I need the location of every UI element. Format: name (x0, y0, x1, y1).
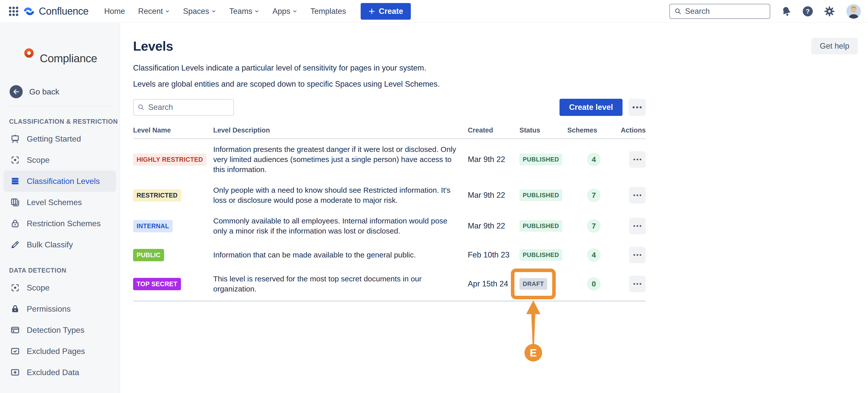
col-header-level-description: Level Description (213, 124, 468, 138)
annotation-label: E (530, 347, 537, 359)
notifications-bell-icon[interactable] (781, 6, 792, 17)
confluence-logo[interactable]: Confluence (23, 5, 89, 18)
sidebar-item-scope[interactable]: Scope (3, 150, 116, 170)
row-actions-button[interactable] (629, 187, 646, 203)
app-name: Compliance (40, 52, 97, 65)
key-icon (12, 46, 37, 71)
search-icon (137, 103, 145, 111)
get-help-button[interactable]: Get help (811, 38, 858, 55)
main-content: Levels Get help Classification Levels in… (120, 23, 868, 393)
table-row: HIGHLY RESTRICTED Information presents t… (133, 139, 646, 180)
help-icon[interactable]: ? (802, 5, 813, 17)
sidebar-item-excluded-data[interactable]: Excluded Data (3, 362, 116, 383)
plus-icon (368, 8, 375, 15)
create-button[interactable]: Create (361, 3, 411, 20)
chevron-down-icon (254, 9, 259, 14)
lock-outline-icon (10, 219, 20, 229)
sidebar-item-getting-started[interactable]: Getting Started (3, 128, 116, 150)
status-badge: PUBLISHED (520, 154, 562, 165)
top-nav-bar: Confluence Home Recent Spaces Teams Apps… (0, 0, 868, 23)
top-nav-menu: Home Recent Spaces Teams Apps Templates (104, 7, 346, 16)
meatball-icon (633, 254, 642, 257)
table-more-actions-button[interactable] (628, 99, 646, 116)
scope-target-icon (10, 283, 20, 293)
table-row: INTERNAL Commonly available to all emplo… (133, 210, 646, 241)
level-description: Information presents the greatest danger… (213, 144, 468, 174)
row-actions-button[interactable] (629, 275, 646, 292)
col-header-status: Status (520, 124, 567, 138)
levels-stack-icon (10, 176, 20, 186)
sidebar-item-bulk-classify[interactable]: Bulk Classify (3, 234, 116, 255)
nav-item-templates[interactable]: Templates (310, 7, 346, 16)
level-description: Information that can be made available t… (213, 250, 468, 260)
level-name-badge: TOP SECRET (133, 278, 181, 290)
nav-item-home[interactable]: Home (104, 7, 125, 16)
annotation-arrow: E (521, 300, 546, 363)
sidebar-item-level-schemes[interactable]: Level Schemes (3, 192, 116, 213)
page-check-icon (10, 346, 20, 356)
arrow-left-icon (9, 85, 23, 98)
created-date: Feb 10th 23 (468, 251, 520, 260)
avatar[interactable] (846, 4, 861, 19)
created-date: Apr 15th 24 (468, 280, 520, 289)
section-title-data-detection: DATA DETECTION (9, 267, 120, 274)
levels-table: Level Name Level Description Created Sta… (133, 124, 646, 301)
global-search (670, 4, 770, 19)
chevron-down-icon (211, 9, 216, 14)
schemes-count: 7 (587, 219, 600, 233)
chevron-down-icon (165, 9, 170, 14)
svg-text:?: ? (806, 8, 810, 15)
row-actions-button[interactable] (629, 247, 646, 263)
level-description: Commonly available to all employees. Int… (213, 216, 468, 236)
level-name-badge: PUBLIC (133, 249, 164, 261)
intro-line-1: Classification Levels indicate a particu… (133, 64, 858, 72)
status-badge: DRAFT (520, 278, 547, 290)
intro-line-2: Levels are global entities and are scope… (133, 79, 858, 89)
app-brand: Compliance (0, 46, 120, 71)
divider (9, 106, 111, 106)
sidebar-item-detection-types[interactable]: Detection Types (3, 320, 116, 340)
page: Confluence Home Recent Spaces Teams Apps… (0, 0, 868, 393)
page-title: Levels (133, 38, 173, 54)
row-actions-button[interactable] (629, 218, 646, 234)
created-date: Mar 9th 22 (468, 222, 520, 230)
sidebar-item-excluded-pages[interactable]: Excluded Pages (3, 340, 116, 362)
levels-search-input[interactable] (148, 103, 230, 112)
global-search-input[interactable] (685, 7, 766, 16)
chevron-down-icon (292, 9, 298, 14)
table-row: RESTRICTED Only people with a need to kn… (133, 180, 646, 210)
nav-item-teams[interactable]: Teams (229, 7, 259, 16)
created-date: Mar 9th 22 (468, 191, 520, 200)
meatball-icon (633, 225, 642, 228)
nav-item-spaces[interactable]: Spaces (183, 7, 216, 16)
schemes-count: 4 (587, 248, 600, 262)
columns-icon (10, 197, 20, 207)
status-badge: PUBLISHED (520, 220, 562, 232)
sidebar-item-classification-levels[interactable]: Classification Levels (3, 170, 116, 192)
table-row: TOP SECRET This level is reserved for th… (133, 268, 646, 301)
go-back-button[interactable]: Go back (9, 85, 120, 98)
settings-gear-icon[interactable] (824, 5, 835, 17)
sidebar: Compliance Go back CLASSIFICATION & REST… (0, 23, 120, 393)
levels-search (133, 99, 234, 116)
row-actions-button[interactable] (629, 151, 646, 168)
col-header-actions: Actions (620, 124, 646, 138)
sidebar-item-restriction-schemes[interactable]: Restriction Schemes (3, 213, 116, 234)
level-name-badge: RESTRICTED (133, 189, 181, 201)
scope-target-icon (10, 155, 20, 165)
table-row: PUBLIC Information that can be made avai… (133, 241, 646, 268)
create-level-button[interactable]: Create level (559, 99, 622, 116)
sidebar-item-dd-scope[interactable]: Scope (3, 277, 116, 298)
col-header-level-name: Level Name (133, 124, 213, 138)
confluence-logo-icon (23, 5, 35, 18)
apps-grid-icon[interactable] (7, 5, 20, 18)
search-icon (674, 7, 682, 15)
sidebar-item-permissions[interactable]: Permissions (3, 298, 116, 320)
nav-item-apps[interactable]: Apps (273, 7, 298, 16)
level-description: This level is reserved for the most top … (213, 274, 468, 294)
level-name-badge: HIGHLY RESTRICTED (133, 154, 207, 166)
status-badge: PUBLISHED (520, 249, 562, 261)
level-description: Only people with a need to know should s… (213, 185, 468, 205)
nav-item-recent[interactable]: Recent (138, 7, 170, 16)
easel-icon (10, 134, 20, 144)
